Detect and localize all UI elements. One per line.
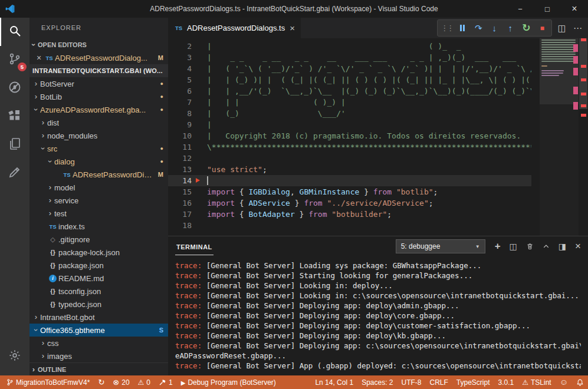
open-editors-header[interactable]: › OPEN EDITORS	[29, 38, 168, 51]
code-line-7[interactable]: 7| | | ( )_) | |	[168, 97, 531, 108]
code-line-9[interactable]: 9| |	[168, 119, 531, 130]
status-build-tasks[interactable]: 1	[155, 375, 177, 389]
glyph-margin[interactable]	[192, 175, 207, 186]
glyph-margin[interactable]	[192, 164, 207, 175]
glyph-margin[interactable]	[192, 220, 207, 231]
code-line-3[interactable]: 3| _ _ _ __ _ _ __ ___ ___ _ _ | ,_)(_) …	[168, 52, 531, 63]
glyph-margin[interactable]	[192, 119, 207, 130]
tree-item-package-lock-json[interactable]: {}package-lock.json	[29, 246, 168, 259]
glyph-margin[interactable]	[192, 41, 207, 52]
tree-item-botserver[interactable]: ›BotServer●	[29, 77, 168, 90]
step-into-button[interactable]: ↓	[487, 23, 502, 33]
restart-button[interactable]: ↻	[518, 22, 534, 34]
code-area[interactable]: 2| ( )_ _ |3| _ _ _ __ _ _ __ ___ ___ _ …	[168, 38, 531, 236]
activity-item-debug[interactable]	[0, 74, 29, 103]
status-sync[interactable]: ↻	[94, 375, 109, 389]
split-terminal-icon[interactable]: ◫	[510, 242, 517, 251]
activity-item-edit[interactable]	[0, 159, 29, 187]
terminal-selector[interactable]: 5: debuggee ▼	[396, 239, 485, 253]
glyph-margin[interactable]	[192, 85, 207, 97]
glyph-margin[interactable]	[192, 153, 207, 164]
tree-item-botlib[interactable]: ›BotLib●	[29, 90, 168, 103]
tree-item-typedoc-json[interactable]: {}typedoc.json	[29, 298, 168, 311]
workspace-section-header[interactable]: INTRANETBOTQUICKSTART.GBAI (WO...	[29, 64, 168, 77]
glyph-margin[interactable]	[192, 197, 207, 209]
close-editor-icon[interactable]: ×	[34, 53, 44, 62]
code-line-4[interactable]: 4| ( '_`\ ( '__)/'_` ) /'_ `\/' _ ` _ `\…	[168, 63, 531, 74]
code-line-18[interactable]: 18	[168, 220, 531, 231]
glyph-margin[interactable]	[192, 97, 207, 108]
code-line-15[interactable]: 15import { IGBDialog, GBMinInstance } fr…	[168, 186, 531, 197]
glyph-margin[interactable]	[192, 130, 207, 141]
status-indentation[interactable]: Spaces: 2	[357, 375, 397, 389]
status-debug-program[interactable]: ▶Debug Program (BotServer)	[177, 375, 280, 389]
tree-item-gitignore[interactable]: ◇.gitignore	[29, 233, 168, 246]
status-cursor-position[interactable]: Ln 14, Col 1	[311, 375, 357, 389]
activity-item-search[interactable]	[0, 18, 29, 46]
code-line-14[interactable]: 14	[168, 175, 531, 186]
split-editor-icon[interactable]: ◫	[558, 23, 566, 34]
more-actions-icon[interactable]: ⋯	[573, 23, 582, 34]
code-line-6[interactable]: 6| | ,__/'(_) `\__,_)`\__ |(_) (_) (_)`\…	[168, 85, 531, 97]
new-terminal-icon[interactable]: +	[495, 240, 501, 252]
status-notifications[interactable]	[572, 375, 588, 389]
tree-item-test[interactable]: ›test	[29, 207, 168, 220]
tab-active-file[interactable]: TS ADResetPasswordDialogs.ts ×	[168, 18, 301, 38]
code-line-17[interactable]: 17import { BotAdapter } from "botbuilder…	[168, 209, 531, 220]
tree-item-office365-gbtheme[interactable]: ›Office365.gbthemeS	[29, 324, 168, 337]
glyph-margin[interactable]	[192, 74, 207, 85]
code-line-11[interactable]: 11\*************************************…	[168, 141, 531, 153]
glyph-margin[interactable]	[192, 141, 207, 153]
stop-button[interactable]: ■	[534, 24, 550, 32]
glyph-margin[interactable]	[192, 108, 207, 119]
status-feedback[interactable]: ☺	[556, 375, 572, 389]
tree-item-node-modules[interactable]: ›node_modules	[29, 129, 168, 142]
code-line-5[interactable]: 5| | (_) )| | ( (_| |( (_| || ( ) ( ) |(…	[168, 74, 531, 85]
tree-item-index-ts[interactable]: TSindex.ts	[29, 220, 168, 233]
code-line-2[interactable]: 2| ( )_ _ |	[168, 41, 531, 52]
step-out-button[interactable]: ↑	[502, 23, 518, 33]
tree-item-azureadpasswordreset-gba[interactable]: ›AzureADPasswordReset.gba...●	[29, 103, 168, 116]
status-problems-warnings[interactable]: ⚠0	[134, 375, 155, 389]
activity-item-source-control[interactable]: 5	[0, 46, 29, 74]
minimap[interactable]	[540, 38, 579, 236]
glyph-margin[interactable]	[192, 186, 207, 197]
tree-item-css[interactable]: ›css	[29, 337, 168, 350]
tree-item-service[interactable]: ›service	[29, 194, 168, 207]
status-eol[interactable]: CRLF	[426, 375, 452, 389]
maximize-panel-icon[interactable]	[543, 243, 550, 250]
tree-item-src[interactable]: ›src●	[29, 142, 168, 155]
code-line-10[interactable]: 10| Copyright 2018 (c) pragmatismo.io. T…	[168, 130, 531, 141]
status-language-mode[interactable]: TypeScript	[452, 375, 494, 389]
editor-scrollbar[interactable]	[579, 38, 588, 236]
glyph-margin[interactable]	[192, 63, 207, 74]
kill-terminal-icon[interactable]	[526, 242, 534, 250]
tree-item-intranetbot-gbot[interactable]: ›IntranetBot.gbot	[29, 311, 168, 324]
tree-item-package-json[interactable]: {}package.json	[29, 259, 168, 272]
terminal-tab[interactable]: TERMINAL	[175, 238, 213, 255]
glyph-margin[interactable]	[192, 52, 207, 63]
code-line-8[interactable]: 8| (_) \___/' |	[168, 108, 531, 119]
window-minimize-button[interactable]: −	[507, 0, 534, 18]
tree-item-adresetpassworddial[interactable]: TSADResetPasswordDial...M	[29, 168, 168, 181]
activity-item-extensions[interactable]	[0, 103, 29, 131]
code-line-16[interactable]: 16import { ADService } from "../service/…	[168, 197, 531, 209]
pause-button[interactable]	[455, 25, 471, 31]
open-editor-adresetpassworddialog[interactable]: ×TSADResetPasswordDialog...M	[29, 51, 168, 64]
status-ts-version[interactable]: 3.0.1	[494, 375, 518, 389]
status-encoding[interactable]: UTF-8	[398, 375, 426, 389]
tree-item-model[interactable]: ›model	[29, 181, 168, 194]
status-git-branch[interactable]: MigrationToBotFmwV4*	[2, 375, 94, 389]
tree-item-images[interactable]: ›images	[29, 350, 168, 362]
scrollbar-thumb[interactable]	[579, 38, 587, 109]
outline-header[interactable]: › OUTLINE	[29, 362, 168, 375]
activity-item-files[interactable]	[0, 131, 29, 159]
tab-close-icon[interactable]: ×	[290, 23, 295, 33]
activity-item-settings[interactable]	[0, 342, 29, 371]
close-panel-icon[interactable]: ×	[575, 240, 581, 252]
tree-item-dialog[interactable]: ›dialog●	[29, 155, 168, 168]
window-maximize-button[interactable]: □	[534, 0, 561, 18]
tree-item-tsconfig-json[interactable]: {}tsconfig.json	[29, 285, 168, 298]
code-line-12[interactable]: 12	[168, 153, 531, 164]
code-editor[interactable]: 2| ( )_ _ |3| _ _ _ __ _ _ __ ___ ___ _ …	[168, 38, 588, 236]
